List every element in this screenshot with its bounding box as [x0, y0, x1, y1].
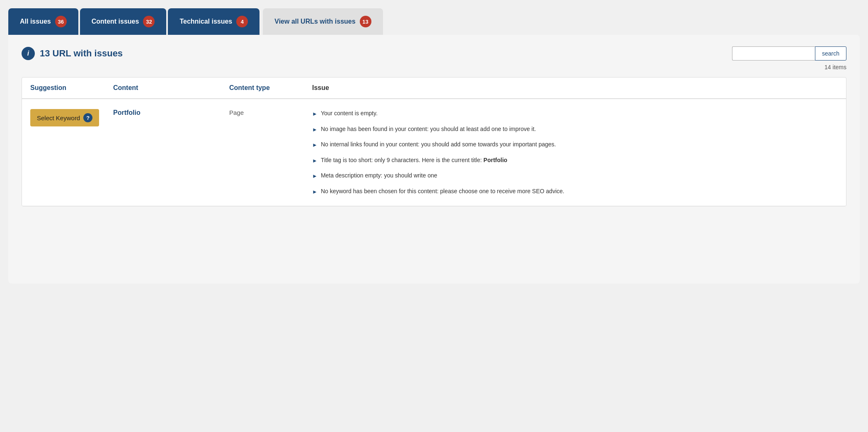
keyword-cell: Select Keyword ?: [30, 109, 113, 126]
tab-all-issues[interactable]: All issues 36: [8, 8, 78, 35]
search-button[interactable]: search: [815, 46, 846, 61]
content-cell: Portfolio: [113, 109, 229, 116]
issue-text: Your content is empty.: [321, 109, 378, 118]
issue-text: Title tag is too short: only 9 character…: [321, 156, 507, 165]
list-item: ► No internal links found in your conten…: [312, 140, 838, 149]
table-row: Select Keyword ? Portfolio Page ► Your c…: [22, 99, 846, 206]
issues-list: ► Your content is empty. ► No image has …: [312, 109, 838, 196]
search-input[interactable]: [732, 46, 815, 61]
col-header-issue: Issue: [312, 84, 838, 92]
tab-view-all-urls-badge: 13: [360, 16, 371, 27]
list-item: ► Title tag is too short: only 9 charact…: [312, 156, 838, 165]
panel-header: i 13 URL with issues search: [22, 46, 846, 61]
tab-all-issues-label: All issues: [20, 18, 51, 25]
list-item: ► No image has been found in your conten…: [312, 125, 838, 134]
issue-arrow: ►: [312, 141, 318, 149]
tab-technical-issues[interactable]: Technical issues 4: [168, 8, 259, 35]
list-item: ► Your content is empty.: [312, 109, 838, 118]
info-icon: i: [22, 47, 35, 60]
tab-all-issues-badge: 36: [55, 16, 67, 27]
issue-text: No keyword has been chosen for this cont…: [321, 187, 565, 196]
tabs-row: All issues 36 Content issues 32 Technica…: [8, 8, 860, 35]
tab-content-issues[interactable]: Content issues 32: [80, 8, 167, 35]
issue-arrow: ►: [312, 188, 318, 196]
issue-arrow: ►: [312, 110, 318, 118]
table-container: Suggestion Content Content type Issue Se…: [22, 77, 846, 206]
tab-content-issues-label: Content issues: [92, 18, 139, 25]
table-header: Suggestion Content Content type Issue: [22, 78, 846, 99]
items-count: 14 items: [22, 64, 846, 70]
panel-title-area: i 13 URL with issues: [22, 47, 123, 60]
panel-title: 13 URL with issues: [40, 48, 123, 59]
col-header-content-type: Content type: [229, 84, 312, 92]
list-item: ► Meta description empty: you should wri…: [312, 171, 838, 180]
select-keyword-label: Select Keyword: [37, 114, 80, 121]
tab-technical-issues-badge: 4: [236, 16, 248, 27]
tab-view-all-urls-label: View all URLs with issues: [274, 18, 355, 25]
issue-text: No internal links found in your content:…: [321, 140, 556, 149]
issue-arrow: ►: [312, 172, 318, 180]
content-type-cell: Page: [229, 109, 312, 116]
tab-technical-issues-label: Technical issues: [179, 18, 232, 25]
tab-view-all-urls[interactable]: View all URLs with issues 13: [263, 8, 383, 35]
keyword-help-icon: ?: [83, 113, 92, 122]
main-panel: i 13 URL with issues search 14 items Sug…: [8, 35, 860, 284]
list-item: ► No keyword has been chosen for this co…: [312, 187, 838, 196]
tab-content-issues-badge: 32: [143, 16, 155, 27]
content-link[interactable]: Portfolio: [113, 109, 141, 116]
issue-text: Meta description empty: you should write…: [321, 171, 437, 180]
issue-text: No image has been found in your content:…: [321, 125, 536, 133]
issue-arrow: ►: [312, 126, 318, 134]
col-header-suggestion: Suggestion: [30, 84, 113, 92]
search-area: search: [732, 46, 846, 61]
issues-cell: ► Your content is empty. ► No image has …: [312, 109, 838, 196]
select-keyword-button[interactable]: Select Keyword ?: [30, 109, 99, 126]
issue-arrow: ►: [312, 157, 318, 165]
col-header-content: Content: [113, 84, 229, 92]
